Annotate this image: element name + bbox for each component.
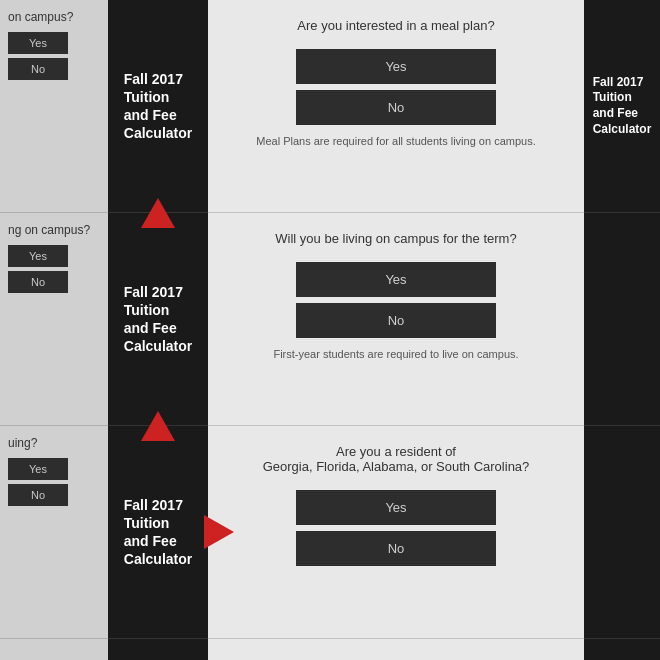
left-question-3: uing?	[8, 436, 100, 450]
resident-btn-group: Yes No	[296, 490, 496, 566]
left-yes-btn-1[interactable]: Yes	[8, 32, 68, 54]
left-section-1: on campus? Yes No	[0, 0, 108, 213]
sidebar-title-1: Fall 2017Tuitionand FeeCalculator	[124, 70, 192, 143]
svg-marker-1	[141, 411, 175, 441]
left-partial-column: on campus? Yes No ng on campus? Yes No u…	[0, 0, 108, 660]
meal-plan-note: Meal Plans are required for all students…	[256, 135, 535, 147]
content-section-meal-plan: Are you interested in a meal plan? Yes N…	[208, 0, 584, 213]
arrow-up-1	[141, 198, 175, 228]
resident-yes-btn[interactable]: Yes	[296, 490, 496, 525]
right-section-3	[584, 426, 660, 639]
content-area: Are you interested in a meal plan? Yes N…	[208, 0, 584, 660]
left-btn-group-1: Yes No	[8, 32, 100, 80]
left-no-btn-2[interactable]: No	[8, 271, 68, 293]
sidebar-title-3: Fall 2017Tuitionand FeeCalculator	[124, 496, 192, 569]
left-question-1: on campus?	[8, 10, 100, 24]
on-campus-btn-group: Yes No	[296, 262, 496, 338]
left-no-btn-1[interactable]: No	[8, 58, 68, 80]
left-btn-group-2: Yes No	[8, 245, 100, 293]
arrow-right-1	[204, 515, 234, 549]
left-section-2: ng on campus? Yes No	[0, 213, 108, 426]
right-panel: Fall 2017Tuitionand FeeCalculator	[584, 0, 660, 660]
right-section-2	[584, 213, 660, 426]
sidebar-section-3: Fall 2017Tuitionand FeeCalculator	[108, 426, 208, 639]
meal-plan-question: Are you interested in a meal plan?	[297, 18, 494, 33]
on-campus-yes-btn[interactable]: Yes	[296, 262, 496, 297]
resident-no-btn[interactable]: No	[296, 531, 496, 566]
right-title-1: Fall 2017Tuitionand FeeCalculator	[593, 75, 652, 137]
meal-plan-no-btn[interactable]: No	[296, 90, 496, 125]
on-campus-note: First-year students are required to live…	[273, 348, 518, 360]
on-campus-question: Will you be living on campus for the ter…	[275, 231, 516, 246]
meal-plan-btn-group: Yes No	[296, 49, 496, 125]
left-question-2: ng on campus?	[8, 223, 100, 237]
right-section-1: Fall 2017Tuitionand FeeCalculator	[584, 0, 660, 213]
svg-marker-2	[204, 515, 234, 549]
main-container: on campus? Yes No ng on campus? Yes No u…	[0, 0, 660, 660]
sidebar: Fall 2017Tuitionand FeeCalculator Fall 2…	[108, 0, 208, 660]
content-section-resident: Are you a resident ofGeorgia, Florida, A…	[208, 426, 584, 639]
left-section-3: uing? Yes No	[0, 426, 108, 639]
left-yes-btn-2[interactable]: Yes	[8, 245, 68, 267]
svg-marker-0	[141, 198, 175, 228]
sidebar-title-2: Fall 2017Tuitionand FeeCalculator	[124, 283, 192, 356]
arrow-up-2	[141, 411, 175, 441]
left-no-btn-3[interactable]: No	[8, 484, 68, 506]
sidebar-section-2: Fall 2017Tuitionand FeeCalculator	[108, 213, 208, 426]
content-section-on-campus: Will you be living on campus for the ter…	[208, 213, 584, 426]
on-campus-no-btn[interactable]: No	[296, 303, 496, 338]
left-btn-group-3: Yes No	[8, 458, 100, 506]
sidebar-section-1: Fall 2017Tuitionand FeeCalculator	[108, 0, 208, 213]
left-yes-btn-3[interactable]: Yes	[8, 458, 68, 480]
resident-question: Are you a resident ofGeorgia, Florida, A…	[263, 444, 530, 474]
meal-plan-yes-btn[interactable]: Yes	[296, 49, 496, 84]
